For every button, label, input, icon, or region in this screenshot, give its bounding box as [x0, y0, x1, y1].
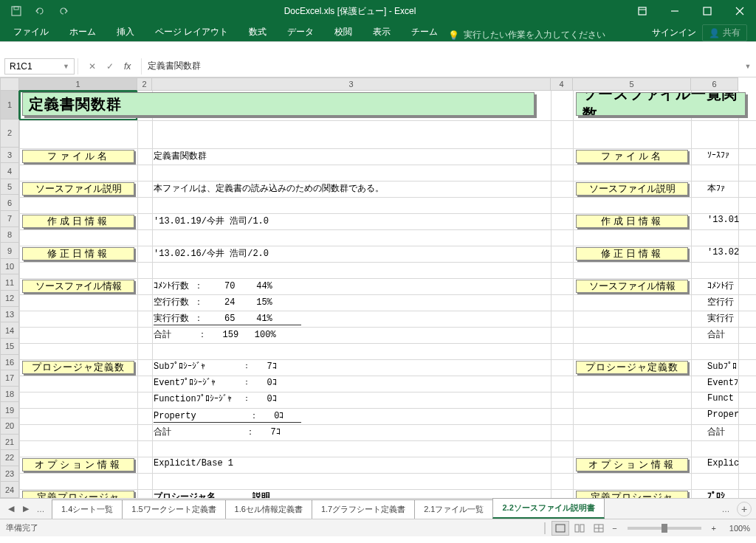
view-layout-icon[interactable]: [571, 521, 588, 536]
row-header[interactable]: 3: [0, 148, 19, 164]
row-header[interactable]: 4: [0, 163, 19, 179]
sheet-tab[interactable]: 2.2ソースファイル説明書: [492, 498, 604, 519]
zoom-in-button[interactable]: +: [709, 524, 719, 533]
tab-more-icon[interactable]: …: [34, 502, 47, 516]
zoom-slider[interactable]: [628, 527, 701, 530]
add-sheet-button[interactable]: +: [737, 502, 752, 516]
ribbon-tabs: ファイル ホーム 挿入 ページ レイアウト 数式 データ 校閲 表示 チーム 💡…: [0, 22, 756, 41]
share-label: 共有: [723, 27, 740, 39]
proc-2: Eventﾌﾟﾛｼｰｼﾞｬ ： 0ｺ: [154, 377, 277, 388]
proc-5: 合計 ： 7ｺ: [154, 426, 281, 438]
chevron-down-icon[interactable]: ▼: [63, 63, 69, 70]
row-header[interactable]: 7: [0, 211, 19, 227]
ribbon-tab-review[interactable]: 校閲: [324, 23, 362, 41]
label-option: オプション情報: [22, 458, 134, 471]
maximize-icon[interactable]: [691, 0, 724, 22]
ribbon-tab-data[interactable]: データ: [277, 23, 324, 41]
select-all-corner[interactable]: [0, 77, 19, 91]
proc-1: Subﾌﾟﾛｼｰｼﾞｬ ： 7ｺ: [154, 361, 277, 372]
row-header[interactable]: 9: [0, 243, 19, 259]
formula-input[interactable]: 定義書関数群: [142, 60, 740, 72]
label-srcinfo: ソースファイル情報: [22, 280, 134, 293]
ribbon-tab-home[interactable]: ホーム: [59, 23, 106, 41]
col-header[interactable]: 1: [19, 77, 137, 91]
share-button[interactable]: 👤 共有: [702, 24, 747, 41]
redo-icon[interactable]: [53, 1, 74, 21]
row-header[interactable]: 5: [0, 179, 19, 196]
view-break-icon[interactable]: [590, 521, 608, 536]
tab-next-icon[interactable]: ▶: [19, 502, 32, 516]
formula-expand-icon[interactable]: ▼: [740, 63, 756, 70]
proc-r-4: Proper: [707, 409, 739, 420]
label-option-r: オプション情報: [576, 458, 688, 471]
row-header[interactable]: 23: [0, 466, 19, 483]
col-header[interactable]: 2: [137, 77, 152, 91]
ribbon-tab-formula[interactable]: 数式: [238, 23, 277, 41]
tell-me[interactable]: 💡 実行したい作業を入力してください: [448, 29, 605, 41]
value-created-r: '13.01: [707, 215, 739, 225]
save-icon[interactable]: [6, 1, 27, 21]
col-header[interactable]: 3: [152, 77, 551, 91]
minimize-icon[interactable]: [659, 0, 691, 22]
ribbon-tab-view[interactable]: 表示: [362, 23, 401, 41]
row-header[interactable]: 2: [0, 120, 19, 147]
sheet-tab[interactable]: 1.4シート一覧: [52, 499, 123, 519]
ribbon-tab-layout[interactable]: ページ レイアウト: [145, 23, 238, 41]
value-option-r: Explic: [707, 458, 739, 468]
zoom-value[interactable]: 100%: [721, 524, 750, 533]
row-header[interactable]: 6: [0, 195, 19, 211]
proc-r-5: 合計: [707, 426, 725, 438]
ribbon-tab-file[interactable]: ファイル: [3, 23, 59, 41]
value-file: 定義書関数群: [154, 150, 207, 162]
row-header[interactable]: 24: [0, 482, 19, 498]
proc-r-3: Funct: [707, 393, 734, 404]
row-header[interactable]: 13: [0, 307, 19, 323]
ribbon-tab-insert[interactable]: 挿入: [106, 23, 145, 41]
fx-icon[interactable]: fx: [120, 61, 135, 72]
row-header[interactable]: 22: [0, 450, 19, 466]
row-header[interactable]: 14: [0, 322, 19, 339]
value-defproc: プロシージャ名 説明: [154, 491, 270, 498]
row-header[interactable]: 18: [0, 387, 19, 403]
label-procdef: プロシージャ定義数: [22, 361, 134, 374]
cancel-formula-icon[interactable]: ✕: [84, 58, 100, 75]
row-header[interactable]: 20: [0, 418, 19, 435]
ribbon-tab-team[interactable]: チーム: [401, 23, 448, 41]
accept-formula-icon[interactable]: ✓: [102, 58, 118, 75]
row-header[interactable]: 15: [0, 339, 19, 355]
close-icon[interactable]: [724, 0, 756, 22]
row-header[interactable]: 12: [0, 291, 19, 307]
grid-cells[interactable]: 定義書関数群 ソースファイル一覧関数 ファイル名 定義書関数群 ファイル名 ｿｰ…: [19, 91, 756, 498]
row-header[interactable]: 11: [0, 274, 19, 291]
window-title: DocExcel.xls [保護ビュー] - Excel: [74, 5, 626, 18]
tab-more2-icon[interactable]: …: [719, 502, 732, 516]
row-header[interactable]: 17: [0, 370, 19, 387]
col-header[interactable]: 6: [691, 77, 738, 91]
sheet-tab[interactable]: 2.1ファイル一覧: [414, 499, 493, 519]
row-header[interactable]: 10: [0, 259, 19, 275]
ribbon-options-icon[interactable]: [626, 0, 659, 22]
col-header[interactable]: 5: [573, 77, 691, 91]
sheet-tab[interactable]: 1.7グラフシート定義書: [312, 499, 415, 519]
row-header[interactable]: 21: [0, 435, 19, 451]
spreadsheet: 123456 123456789101112131415161718192021…: [0, 77, 756, 498]
row-header[interactable]: 19: [0, 402, 19, 418]
proc-r-1: Subﾌﾟﾛ: [707, 361, 737, 372]
sheet-tab[interactable]: 1.5ワークシート定義書: [122, 499, 225, 519]
row-header[interactable]: 8: [0, 227, 19, 243]
tab-first-icon[interactable]: ◀: [4, 502, 18, 516]
src-1: ｺﾒﾝﾄ行数 ： 70 44%: [154, 280, 272, 292]
undo-icon[interactable]: [30, 1, 50, 21]
row-header[interactable]: 1: [0, 91, 19, 120]
proc-4: Property ： 0ｺ: [154, 409, 301, 423]
zoom-out-button[interactable]: −: [609, 524, 619, 533]
sheet-tab[interactable]: 1.6セル情報定義書: [225, 499, 312, 519]
row-header[interactable]: 16: [0, 355, 19, 371]
col-header[interactable]: 4: [551, 77, 573, 91]
value-created: '13.01.19/今井 浩司/1.0: [154, 215, 269, 227]
view-normal-icon[interactable]: [551, 521, 569, 536]
label-modified-r: 修正日情報: [576, 247, 688, 260]
horizontal-scrollbar[interactable]: [544, 522, 546, 534]
signin-link[interactable]: サインイン: [652, 27, 696, 39]
name-box[interactable]: R1C1 ▼: [4, 58, 75, 75]
